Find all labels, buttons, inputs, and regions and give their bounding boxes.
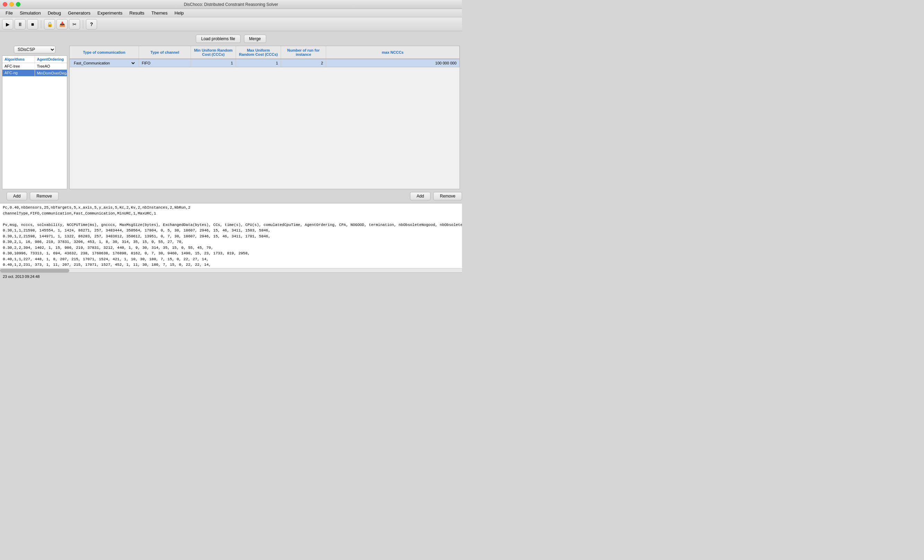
experiments-data-row-0: Fast_Communication FIFO 1 1 2 100 000 00… bbox=[70, 59, 460, 67]
remove-exp-button[interactable]: Remove bbox=[433, 192, 462, 200]
algorithm-type-select[interactable]: SDisCSP DCSP DCSOP bbox=[14, 46, 56, 53]
menu-debug[interactable]: Debug bbox=[44, 10, 64, 16]
load-icon: 📥 bbox=[59, 21, 65, 27]
algo-row-0[interactable]: AFC-tree TreeAO bbox=[2, 63, 67, 70]
algo-name-1: AFC-ng bbox=[2, 70, 35, 76]
cut-icon: ✂ bbox=[72, 21, 76, 27]
exp-nb-run-0: 2 bbox=[281, 59, 326, 67]
pause-button[interactable]: ⏸ bbox=[15, 19, 26, 30]
left-bottom-buttons: Add Remove bbox=[0, 192, 65, 200]
algo-dropdown-row: SDisCSP DCSP DCSOP bbox=[2, 46, 67, 55]
stop-button[interactable]: ■ bbox=[27, 19, 38, 30]
action-bar: Load problems file Merge bbox=[0, 31, 462, 46]
window-controls[interactable] bbox=[3, 2, 21, 7]
add-exp-button[interactable]: Add bbox=[410, 192, 430, 200]
cut-button[interactable]: ✂ bbox=[69, 19, 80, 30]
exp-communication-0[interactable]: Fast_Communication bbox=[70, 59, 139, 67]
toolbar: ▶ ⏸ ■ 🔒 📥 ✂ ? bbox=[0, 17, 462, 31]
algo-ordering-0: TreeAO bbox=[35, 63, 67, 69]
help-button[interactable]: ? bbox=[86, 19, 97, 30]
col-header-min-urc: Min Uniform Random Cost (CCCs) bbox=[191, 46, 236, 58]
lock-icon: 🔒 bbox=[47, 21, 52, 27]
load-problems-button[interactable]: Load problems file bbox=[196, 34, 240, 43]
exp-max-urc-0: 1 bbox=[236, 59, 281, 67]
menu-themes[interactable]: Themes bbox=[148, 10, 171, 16]
menu-generators[interactable]: Generators bbox=[64, 10, 94, 16]
col-header-channel: Type of channel bbox=[139, 46, 191, 58]
main-content: Load problems file Merge SDisCSP DCSP DC… bbox=[0, 31, 462, 273]
menu-results[interactable]: Results bbox=[126, 10, 148, 16]
algorithm-table: Algorithms AgentOrdering AFC-tree TreeAO… bbox=[2, 55, 67, 189]
algo-row-1[interactable]: AFC-ng MinDomOverDegAO ▾ bbox=[2, 70, 67, 76]
algo-table-header: Algorithms AgentOrdering bbox=[2, 56, 67, 63]
remove-algo-button[interactable]: Remove bbox=[30, 192, 58, 200]
col-header-max-urc: Max Uniform Random Cost (CCCs) bbox=[236, 46, 281, 58]
menu-simulation[interactable]: Simulation bbox=[16, 10, 44, 16]
right-bottom-buttons: Add Remove bbox=[67, 192, 462, 200]
col-header-max-nccc: max NCCCs bbox=[326, 46, 460, 58]
experiments-header-row: Type of communication Type of channel Mi… bbox=[70, 46, 460, 59]
add-algo-button[interactable]: Add bbox=[7, 192, 27, 200]
window-title: DisChoco: Distributed Constraint Reasoni… bbox=[184, 2, 278, 7]
agent-ordering-col-header: AgentOrdering bbox=[35, 56, 67, 63]
menu-bar: File Simulation Debug Generators Experim… bbox=[0, 9, 462, 17]
stop-icon: ■ bbox=[31, 21, 34, 27]
minimize-button[interactable] bbox=[9, 2, 14, 7]
col-header-communication: Type of communication bbox=[70, 46, 139, 58]
exp-max-nccc-0: 100 000 000 bbox=[326, 59, 460, 67]
algo-ordering-1: MinDomOverDegAO ▾ bbox=[35, 70, 67, 76]
play-icon: ▶ bbox=[6, 21, 10, 27]
status-timestamp: 23 oct. 2013 09:24:48 bbox=[3, 274, 39, 279]
toolbar-separator-2 bbox=[83, 20, 83, 28]
close-button[interactable] bbox=[3, 2, 7, 7]
bottom-buttons-row: Add Remove Add Remove bbox=[0, 189, 462, 203]
lock-button[interactable]: 🔒 bbox=[44, 19, 55, 30]
question-icon: ? bbox=[90, 21, 93, 27]
algo-name-0: AFC-tree bbox=[2, 63, 35, 69]
experiments-table: Type of communication Type of channel Mi… bbox=[69, 46, 460, 189]
exp-min-urc-0: 1 bbox=[191, 59, 236, 67]
menu-help[interactable]: Help bbox=[171, 10, 188, 16]
menu-file[interactable]: File bbox=[2, 10, 16, 16]
col-header-nb-run: Number of run for instance bbox=[281, 46, 326, 58]
algorithms-col-header: Algorithms bbox=[2, 56, 35, 63]
menu-experiments[interactable]: Experiments bbox=[94, 10, 126, 16]
toolbar-separator-1 bbox=[41, 20, 41, 28]
pause-icon: ⏸ bbox=[18, 21, 22, 27]
communication-select[interactable]: Fast_Communication bbox=[72, 61, 136, 66]
merge-button[interactable]: Merge bbox=[244, 34, 266, 43]
log-content[interactable]: Pc,0.40,nbSensors,25,nbTargets,5,x_axis,… bbox=[0, 204, 462, 268]
scroll-thumb[interactable] bbox=[0, 269, 69, 273]
right-panel: Type of communication Type of channel Mi… bbox=[69, 46, 460, 189]
middle-section: SDisCSP DCSP DCSOP Algorithms AgentOrder… bbox=[0, 46, 462, 189]
status-bar: 23 oct. 2013 09:24:48 bbox=[0, 273, 462, 280]
maximize-button[interactable] bbox=[16, 2, 21, 7]
left-panel: SDisCSP DCSP DCSOP Algorithms AgentOrder… bbox=[2, 46, 67, 189]
load-file-button[interactable]: 📥 bbox=[57, 19, 68, 30]
log-horizontal-scrollbar[interactable] bbox=[0, 268, 462, 273]
exp-channel-0: FIFO bbox=[139, 59, 191, 67]
title-bar: DisChoco: Distributed Constraint Reasoni… bbox=[0, 0, 462, 9]
play-button[interactable]: ▶ bbox=[2, 19, 13, 30]
log-area: Pc,0.40,nbSensors,25,nbTargets,5,x_axis,… bbox=[0, 203, 462, 273]
